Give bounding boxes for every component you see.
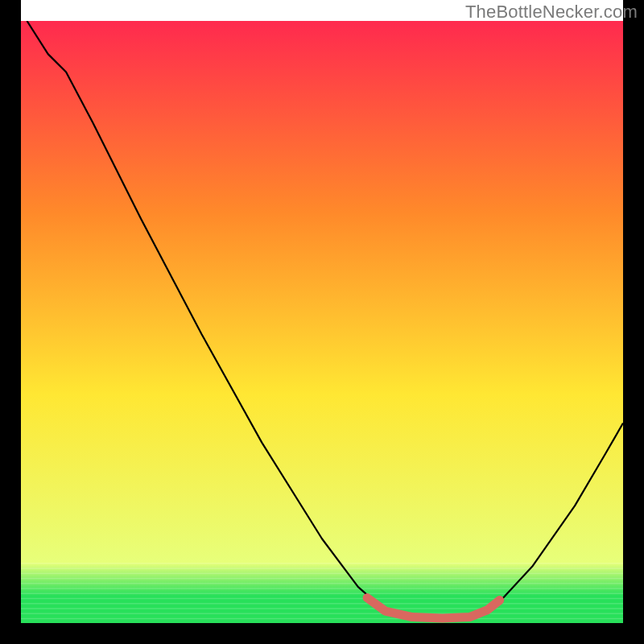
svg-rect-5 <box>21 588 623 588</box>
frame-border-right <box>623 21 644 623</box>
svg-rect-7 <box>21 598 623 599</box>
gradient-background <box>21 21 623 623</box>
svg-rect-2 <box>21 573 623 574</box>
frame-border-top-left-cap <box>0 0 21 21</box>
frame-border-left <box>0 21 21 623</box>
svg-rect-6 <box>21 593 623 594</box>
frame-border-bottom <box>0 623 644 644</box>
svg-rect-3 <box>21 578 623 579</box>
svg-rect-8 <box>21 603 623 604</box>
svg-rect-10 <box>21 613 623 614</box>
plot-area <box>21 21 623 623</box>
watermark-text: TheBottleNecker.com <box>465 2 638 23</box>
svg-rect-1 <box>21 568 623 568</box>
svg-rect-0 <box>21 563 623 564</box>
bottleneck-chart-svg <box>21 21 623 623</box>
svg-rect-9 <box>21 608 623 609</box>
svg-rect-4 <box>21 583 623 584</box>
svg-rect-11 <box>21 618 623 619</box>
